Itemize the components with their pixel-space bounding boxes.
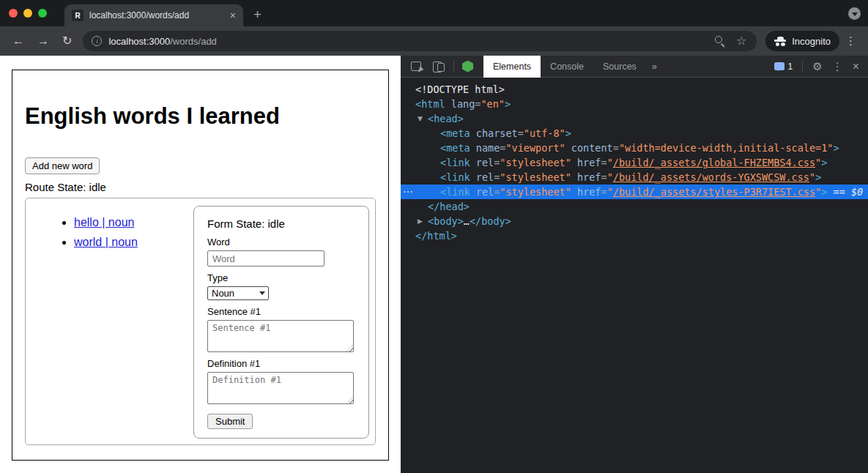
titlebar: R localhost:3000/words/add × + — [0, 0, 868, 26]
settings-gear-icon[interactable]: ⚙ — [812, 61, 822, 72]
dom-tree-row[interactable]: <html lang="en"> — [401, 97, 868, 111]
node-hexagon-icon[interactable] — [462, 61, 473, 72]
incognito-badge: Incognito — [765, 31, 839, 51]
dom-tree-row[interactable]: <link rel="stylesheet" href="/build/_ass… — [401, 170, 868, 185]
code-token: content — [565, 142, 613, 154]
expand-icon[interactable]: ▶ — [418, 214, 423, 228]
dom-tree-row[interactable]: </html> — [401, 228, 868, 243]
minimize-window-button[interactable] — [23, 9, 32, 18]
console-messages-indicator[interactable]: 1 — [774, 62, 793, 72]
sentence-label: Sentence #1 — [207, 306, 355, 317]
code-token: = — [601, 186, 607, 198]
submit-button[interactable]: Submit — [207, 414, 253, 429]
content-area: English words I learned Add new word Rou… — [0, 56, 868, 473]
word-link[interactable]: world | noun — [74, 236, 138, 248]
code-token: /build/_assets/words-YGXSWCSW.css — [613, 171, 809, 183]
devtools-toolbar: Elements Console Sources » 1 ⚙ ⋮ × — [401, 56, 868, 78]
omnibox[interactable]: i localhost:3000/words/add ☆ — [83, 31, 757, 51]
definition-textarea[interactable] — [207, 372, 354, 404]
code-token: href — [571, 186, 601, 198]
browser-menu-icon[interactable]: ⋮ — [839, 34, 862, 48]
code-token: " — [607, 186, 613, 198]
dom-tree-row[interactable]: <link rel="stylesheet" href="/build/_ass… — [401, 155, 868, 170]
address-bar: ← → ↻ i localhost:3000/words/add ☆ Incog… — [0, 26, 868, 56]
tab-elements[interactable]: Elements — [483, 56, 541, 78]
collapse-icon[interactable]: ▼ — [418, 111, 423, 126]
forward-button[interactable]: → — [31, 26, 56, 56]
dom-tree-row[interactable]: ▼<head> — [401, 111, 868, 126]
code-token: lang — [445, 98, 475, 110]
code-token: > — [815, 171, 821, 183]
zoom-icon[interactable] — [715, 36, 725, 46]
code-token: == — [827, 186, 851, 198]
definition-label: Definition #1 — [207, 358, 355, 369]
code-token: "en" — [481, 98, 505, 110]
url-text: localhost:3000/words/add — [108, 36, 216, 47]
inspect-element-icon[interactable] — [411, 62, 421, 71]
zoom-window-button[interactable] — [38, 9, 47, 18]
code-token: /build/_assets/styles-P3R7IEST.css — [613, 186, 815, 198]
app-container: English words I learned Add new word Rou… — [12, 70, 389, 461]
code-token: = — [613, 142, 619, 154]
code-token: > — [565, 127, 571, 139]
word-label: Word — [207, 236, 355, 247]
devtools-panel: Elements Console Sources » 1 ⚙ ⋮ × <!DOC… — [401, 56, 868, 473]
tab-close-icon[interactable]: × — [230, 10, 236, 21]
reload-button[interactable]: ↻ — [56, 26, 78, 56]
bookmark-star-icon[interactable]: ☆ — [736, 35, 746, 47]
devtools-close-icon[interactable]: × — [853, 61, 859, 72]
code-token: </html> — [415, 230, 457, 242]
dom-tree-row[interactable]: ▶<body>…</body> — [401, 214, 868, 228]
dom-tree-row[interactable]: <meta charset="utf-8"> — [401, 126, 868, 141]
code-token: " — [607, 157, 613, 168]
code-token: <link — [440, 157, 470, 168]
toolbar-divider — [453, 61, 454, 72]
toolbar-divider — [802, 61, 803, 72]
code-token: $0 — [851, 186, 863, 198]
code-token: " — [607, 171, 613, 183]
word-input[interactable] — [207, 250, 324, 267]
code-token: > — [833, 142, 839, 154]
more-actions-icon[interactable]: … — [403, 182, 413, 196]
words-panel: hello | nounworld | noun Form State: idl… — [25, 198, 376, 445]
code-token: " — [809, 171, 815, 183]
more-tabs-icon[interactable]: » — [646, 56, 663, 78]
word-list: hello | nounworld | noun — [37, 216, 193, 437]
web-page: English words I learned Add new word Rou… — [0, 56, 401, 473]
dom-tree-row[interactable]: <!DOCTYPE html> — [401, 82, 868, 97]
dom-tree-row[interactable]: <meta name="viewport" content="width=dev… — [401, 141, 868, 155]
tab-console[interactable]: Console — [541, 56, 593, 78]
sentence-textarea[interactable] — [207, 320, 354, 352]
code-token: > — [821, 157, 827, 168]
browser-tab[interactable]: R localhost:3000/words/add × — [64, 4, 243, 26]
code-token: "stylesheet" — [500, 157, 571, 168]
close-window-button[interactable] — [9, 9, 18, 18]
code-token: href — [571, 171, 601, 183]
code-token: <meta — [440, 142, 470, 154]
word-link[interactable]: hello | noun — [74, 216, 134, 228]
incognito-label: Incognito — [792, 36, 831, 47]
browser-window: R localhost:3000/words/add × + ← → ↻ i l… — [0, 0, 868, 473]
code-token: rel — [470, 157, 494, 168]
word-list-item: world | noun — [74, 236, 193, 249]
back-button[interactable]: ← — [6, 26, 31, 56]
code-token: = — [518, 127, 524, 139]
devtools-menu-icon[interactable]: ⋮ — [832, 61, 843, 72]
form-state-text: Form State: idle — [207, 217, 355, 231]
new-tab-button[interactable]: + — [253, 5, 261, 24]
code-token: rel — [470, 171, 494, 183]
dom-tree-row[interactable]: …<link rel="stylesheet" href="/build/_as… — [401, 185, 868, 199]
code-token: </body> — [470, 215, 511, 227]
devtools-tabs: Elements Console Sources » — [483, 56, 663, 78]
downloads-icon[interactable] — [848, 7, 861, 20]
type-select[interactable]: Noun — [207, 286, 269, 300]
device-toolbar-icon[interactable] — [433, 62, 445, 72]
code-token: <body> — [428, 215, 464, 227]
add-new-word-button[interactable]: Add new word — [25, 157, 100, 174]
page-info-icon[interactable]: i — [92, 36, 102, 46]
tab-sources[interactable]: Sources — [593, 56, 646, 78]
dom-tree-row[interactable]: </head> — [401, 199, 868, 214]
code-token: = — [601, 171, 607, 183]
code-token: > — [505, 98, 511, 110]
code-token: </head> — [428, 201, 470, 212]
